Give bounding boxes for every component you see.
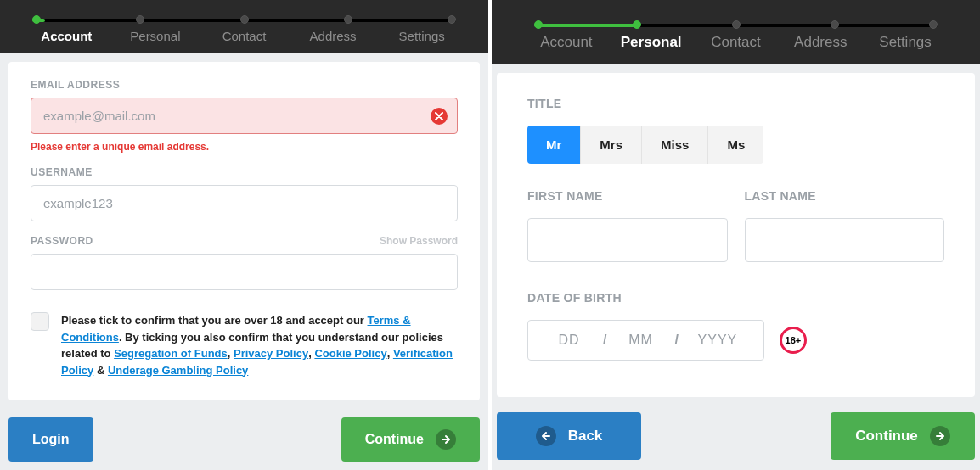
link-privacy[interactable]: Privacy Policy (234, 347, 308, 360)
title-option-mrs[interactable]: Mrs (581, 126, 642, 164)
step-label-personal[interactable]: Personal (111, 29, 200, 43)
step-dot-address[interactable] (344, 15, 352, 24)
back-button[interactable]: Back (497, 412, 641, 460)
step-dot-account[interactable] (534, 20, 543, 29)
error-icon (431, 108, 448, 125)
continue-button[interactable]: Continue (341, 417, 480, 462)
personal-footer: Back Continue (492, 406, 980, 470)
step-label-settings[interactable]: Settings (377, 29, 466, 43)
firstname-field[interactable] (527, 218, 728, 262)
step-label-settings[interactable]: Settings (863, 34, 948, 51)
step-dot-settings[interactable] (448, 15, 456, 24)
stepper-account: Account Personal Contact Address Setting… (0, 0, 488, 53)
link-segregation[interactable]: Segregation of Funds (114, 347, 228, 360)
step-label-account[interactable]: Account (22, 29, 111, 43)
email-error-text: Please enter a unique email address. (31, 141, 458, 153)
dob-sep: / (603, 333, 606, 348)
firstname-label: FIRST NAME (527, 189, 728, 203)
step-dot-personal[interactable] (633, 20, 641, 29)
consent-text: Please tick to confirm that you are over… (61, 312, 458, 378)
age-badge-icon: 18+ (780, 327, 807, 354)
account-panel: Account Personal Contact Address Setting… (0, 0, 488, 470)
arrow-right-icon (436, 429, 456, 450)
step-label-contact[interactable]: Contact (694, 34, 779, 51)
dob-day[interactable] (549, 333, 589, 348)
personal-card: TITLE Mr Mrs Miss Ms FIRST NAME LAST NAM… (497, 73, 975, 397)
step-label-account[interactable]: Account (524, 34, 609, 51)
step-label-address[interactable]: Address (289, 29, 378, 43)
stepper-personal: Account Personal Contact Address Setting… (492, 0, 980, 64)
username-field[interactable] (31, 185, 458, 221)
email-field[interactable] (31, 98, 458, 134)
title-label: TITLE (527, 97, 944, 110)
consent-row: Please tick to confirm that you are over… (31, 312, 458, 378)
password-field[interactable] (31, 254, 458, 290)
show-password-toggle[interactable]: Show Password (380, 235, 458, 247)
dob-month[interactable] (620, 333, 661, 348)
dob-input: / / (527, 320, 764, 361)
step-dot-address[interactable] (831, 20, 839, 29)
dob-year[interactable] (692, 333, 743, 348)
link-underage[interactable]: Underage Gambling Policy (108, 364, 248, 377)
step-dot-settings[interactable] (929, 20, 938, 29)
username-label: USERNAME (31, 166, 458, 178)
title-selector: Mr Mrs Miss Ms (527, 126, 763, 164)
dob-sep: / (674, 333, 678, 348)
title-option-mr[interactable]: Mr (527, 126, 581, 164)
dob-label: DATE OF BIRTH (527, 291, 944, 305)
step-dot-contact[interactable] (732, 20, 741, 29)
step-label-contact[interactable]: Contact (200, 29, 289, 43)
account-card: EMAIL ADDRESS Please enter a unique emai… (8, 62, 480, 400)
account-footer: Login Continue (0, 409, 488, 470)
lastname-field[interactable] (745, 218, 945, 262)
email-label: EMAIL ADDRESS (31, 79, 458, 91)
link-cookie[interactable]: Cookie Policy (314, 347, 386, 360)
step-label-personal[interactable]: Personal (609, 34, 694, 51)
arrow-left-icon (536, 426, 556, 446)
step-dot-personal[interactable] (136, 15, 144, 24)
continue-button[interactable]: Continue (831, 412, 975, 460)
title-option-ms[interactable]: Ms (708, 126, 763, 164)
lastname-label: LAST NAME (745, 189, 945, 203)
step-dot-account[interactable] (32, 15, 41, 24)
step-label-address[interactable]: Address (778, 34, 863, 51)
login-button[interactable]: Login (8, 417, 93, 462)
personal-panel: Account Personal Contact Address Setting… (492, 0, 980, 470)
title-option-miss[interactable]: Miss (642, 126, 708, 164)
consent-checkbox[interactable] (31, 312, 49, 331)
arrow-right-icon (930, 426, 950, 446)
step-dot-contact[interactable] (240, 15, 249, 24)
